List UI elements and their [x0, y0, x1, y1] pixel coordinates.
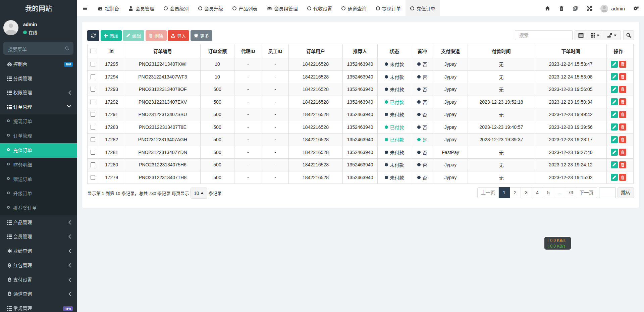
svg-text:A: A — [574, 7, 576, 10]
